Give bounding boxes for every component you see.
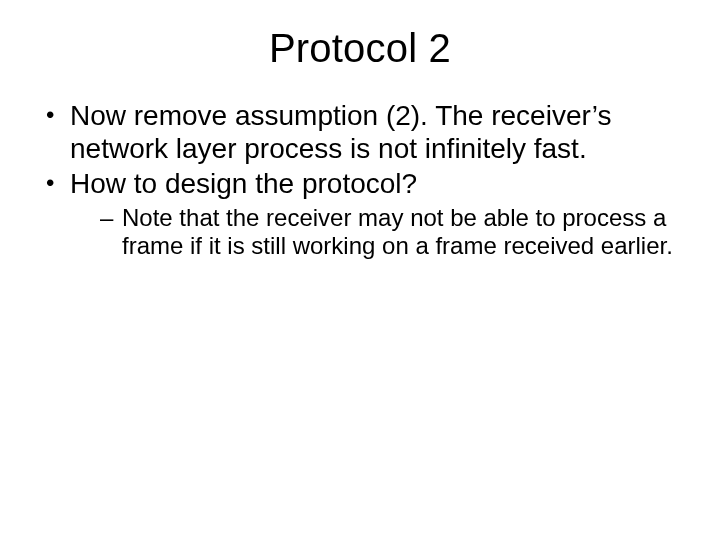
slide: Protocol 2 Now remove assumption (2). Th…: [0, 0, 720, 540]
sub-bullet-text: Note that the receiver may not be able t…: [122, 204, 673, 259]
bullet-text: Now remove assumption (2). The receiver’…: [70, 100, 612, 164]
bullet-item: How to design the protocol? Note that th…: [42, 167, 682, 261]
slide-title: Protocol 2: [38, 26, 682, 71]
bullet-list: Now remove assumption (2). The receiver’…: [42, 99, 682, 261]
bullet-text: How to design the protocol?: [70, 168, 417, 199]
bullet-item: Now remove assumption (2). The receiver’…: [42, 99, 682, 165]
sub-bullet-list: Note that the receiver may not be able t…: [98, 204, 682, 261]
sub-bullet-item: Note that the receiver may not be able t…: [98, 204, 682, 261]
